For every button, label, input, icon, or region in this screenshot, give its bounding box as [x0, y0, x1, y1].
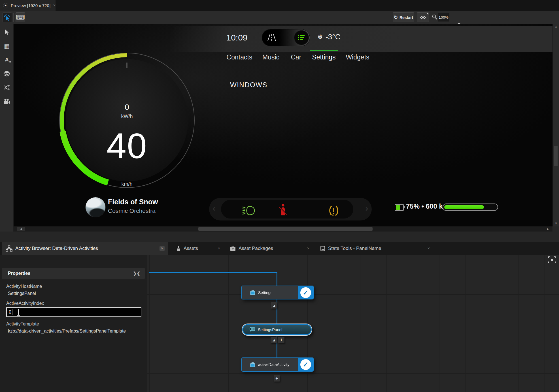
zoom-level-field[interactable]: 100%	[438, 13, 449, 22]
grid-tool-button[interactable]: ▦	[0, 40, 14, 52]
node-active-badge[interactable]: ✓	[298, 286, 313, 299]
chevron-left-icon[interactable]: ‹	[212, 203, 216, 213]
close-icon[interactable]: ✕	[53, 3, 56, 7]
preview-horizontal-scrollbar[interactable]: ◀ ▶	[14, 226, 552, 232]
tab-assets[interactable]: Assets ✕	[173, 242, 224, 255]
virtual-keyboard-button[interactable]: ⌨	[16, 12, 25, 22]
side-toolbar: ▦ A	[0, 24, 14, 232]
bottom-panel-tab-bar: Activity Browser: Data-Driven Activities…	[0, 242, 559, 255]
toggle-knob[interactable]	[294, 30, 309, 45]
battery-progress-bar	[443, 204, 498, 211]
outside-temperature: ❄ -3°C	[317, 33, 340, 41]
scroll-right-icon[interactable]: ▶	[545, 227, 551, 231]
horizontal-scroll-thumb[interactable]	[198, 227, 373, 231]
text-tool-button[interactable]: A	[0, 53, 14, 66]
activity-browser-panel: Properties ❯❮ ActivityHostName SettingsP…	[0, 255, 559, 392]
speed-unit: km/h	[59, 181, 195, 187]
warning-indicator-inner	[221, 200, 353, 219]
node-label: Settings	[258, 290, 273, 295]
field-label-activityhostname: ActivityHostName	[6, 284, 42, 289]
gauge-graphic	[59, 52, 195, 188]
active-tab-underline	[310, 50, 338, 51]
chevron-down-icon[interactable]: ❯❮	[133, 271, 140, 276]
keyboard-icon: ⌨	[16, 14, 25, 21]
close-icon[interactable]: ✕	[307, 247, 310, 250]
preview-tab-label: Preview [1920 x 720]	[11, 3, 50, 8]
vertical-scroll-thumb[interactable]	[554, 146, 558, 166]
node-active-badge[interactable]: ✓	[298, 358, 313, 371]
tab-asset-packages[interactable]: Asset Packages ✕	[227, 242, 313, 255]
scroll-left-icon[interactable]: ◀	[17, 227, 25, 231]
scrollbar-corner	[552, 226, 559, 232]
add-button[interactable]: +	[278, 337, 284, 343]
input-value: 0	[9, 310, 11, 315]
node-settings[interactable]: Settings ✓	[241, 286, 314, 299]
close-icon[interactable]: ✕	[218, 247, 220, 250]
connector-horizontal	[149, 272, 277, 273]
chevron-right-icon[interactable]: ›	[365, 203, 368, 213]
scroll-down-icon[interactable]: ▼	[555, 222, 557, 225]
field-value-activitytemplate: kzb://data-driven_activities/Prefabs/Set…	[8, 329, 126, 334]
battery-icon	[395, 204, 404, 211]
node-label: SettingsPanel	[258, 327, 282, 332]
snowflake-icon: ❄	[317, 33, 323, 41]
album-art[interactable]	[86, 197, 105, 217]
list-icon	[298, 34, 305, 41]
text-node-icon: A	[5, 57, 9, 63]
restart-button[interactable]: ↻ Restart	[393, 12, 414, 22]
preview-vertical-scrollbar[interactable]: ▲ ▼	[552, 24, 559, 226]
activity-graph-canvas[interactable]: Settings ✓ ◢ SettingsPanel ◢ + activeDat	[147, 255, 559, 392]
interaction-tool-button[interactable]	[2, 12, 12, 22]
preview-toolbar: ⌨ ↻ Restart 100%	[0, 11, 559, 24]
tab-car[interactable]: Car	[291, 53, 301, 61]
preview-viewport[interactable]: 10:09 ❄ -3°C Contacts Music Car Settings…	[14, 24, 552, 226]
shuffle-icon	[3, 85, 10, 90]
briefcase-icon	[250, 290, 255, 295]
collapse-button[interactable]: ◢	[271, 337, 277, 343]
preview-tab[interactable]: ▶ Preview [1920 x 720] ✕	[0, 0, 56, 11]
add-button[interactable]: +	[274, 375, 280, 382]
camera-tool-button[interactable]	[0, 95, 14, 108]
state-flow-tool-button[interactable]	[0, 81, 14, 94]
field-value-activityhostname: SettingsPanel	[8, 291, 36, 296]
properties-header[interactable]: Properties ❯❮	[2, 268, 145, 279]
tab-widgets[interactable]: Widgets	[346, 53, 369, 61]
tab-music[interactable]: Music	[262, 53, 279, 61]
track-title: Fields of Snow	[108, 198, 158, 206]
text-caret	[12, 309, 12, 315]
track-artist: Cosmic Orchestra	[108, 207, 156, 214]
zoom-level-value: 100%	[439, 15, 449, 20]
asset-icon	[176, 246, 181, 251]
restart-label: Restart	[399, 15, 413, 20]
field-label-activitytemplate: ActivityTemplate	[6, 322, 39, 327]
toolbar-separator	[13, 13, 14, 22]
close-icon[interactable]: ✕	[160, 246, 165, 251]
close-icon[interactable]: ✕	[427, 247, 430, 250]
activity-graph-icon	[6, 245, 12, 252]
tab-contacts[interactable]: Contacts	[227, 53, 252, 61]
fit-to-view-icon[interactable]	[548, 256, 556, 263]
scroll-up-icon[interactable]: ▲	[555, 25, 557, 28]
layers-tool-button[interactable]	[0, 67, 14, 80]
header-divider	[0, 280, 147, 280]
panel-gap	[0, 232, 559, 242]
tab-label: Assets	[184, 246, 198, 251]
tab-state-tools[interactable]: State Tools - PanelName ✕	[317, 242, 433, 255]
drive-mode-toggle[interactable]	[262, 29, 310, 46]
tab-settings[interactable]: Settings	[312, 53, 335, 61]
node-activedataactivity[interactable]: activeDataActivity ✓	[241, 357, 314, 372]
collapse-button[interactable]: ◢	[271, 302, 277, 309]
tab-label: Activity Browser: Data-Driven Activities	[15, 246, 98, 251]
magnifier-icon	[432, 14, 437, 20]
preview-visibility-button[interactable]	[417, 12, 429, 22]
section-title: WINDOWS	[230, 81, 267, 89]
title-bar: ▶ Preview [1920 x 720] ✕	[0, 0, 559, 11]
select-tool-button[interactable]	[0, 26, 14, 38]
tab-activity-browser[interactable]: Activity Browser: Data-Driven Activities…	[2, 242, 168, 255]
node-settingspanel[interactable]: SettingsPanel	[242, 324, 312, 336]
check-circle-icon: ✓	[300, 359, 311, 370]
zoom-button[interactable]	[432, 14, 437, 20]
active-activity-index-input[interactable]: 0	[6, 307, 141, 317]
ibeam-cursor	[16, 309, 20, 316]
state-tools-icon	[320, 246, 325, 251]
